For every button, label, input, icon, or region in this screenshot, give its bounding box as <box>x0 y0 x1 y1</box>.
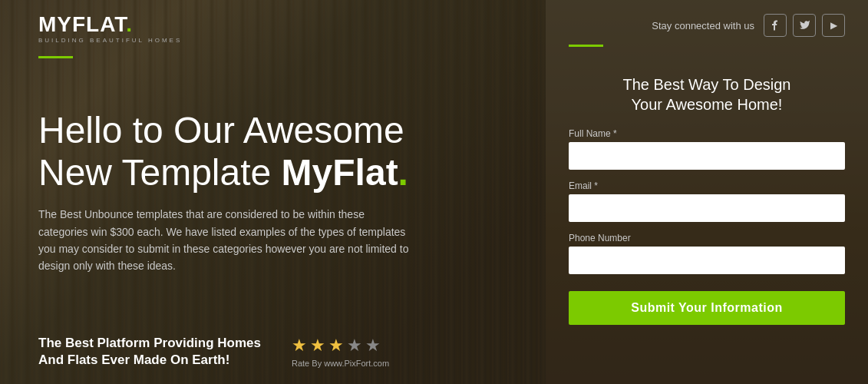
phone-input[interactable] <box>569 247 845 274</box>
header: MYFLAT. BUILDING BEAUTIFUL HOMES <box>38 0 507 51</box>
youtube-play: ▶ <box>830 20 837 31</box>
logo: MYFLAT. BUILDING BEAUTIFUL HOMES <box>38 14 182 44</box>
tagline: The Best Platform Providing Homes And Fl… <box>38 335 261 369</box>
logo-text: MYFLAT. <box>38 14 182 35</box>
stay-connected-text: Stay connected with us <box>652 20 754 31</box>
star-1: ★ <box>292 336 307 356</box>
form-title-line1: The Best Way To Design <box>623 76 791 93</box>
rate-by: Rate By www.PixFort.com <box>292 359 389 368</box>
logo-subtitle: BUILDING BEAUTIFUL HOMES <box>38 37 182 44</box>
right-panel: Stay connected with us ▶ <box>546 0 868 384</box>
twitter-icon[interactable] <box>793 14 816 37</box>
logo-dot: . <box>126 12 133 36</box>
star-3: ★ <box>328 336 344 356</box>
hero-title-dot: . <box>398 152 408 193</box>
social-icons: ▶ <box>764 14 845 37</box>
tagline-line2: And Flats Ever Made On Earth! <box>38 352 261 369</box>
star-4: ★ <box>347 336 362 356</box>
youtube-icon[interactable]: ▶ <box>822 14 845 37</box>
hero-description: The Best Unbounce templates that are con… <box>38 206 414 275</box>
hero-title-bold: MyFlat <box>282 152 398 193</box>
hero-title: Hello to Our Awesome New Template MyFlat… <box>38 109 507 194</box>
email-input[interactable] <box>569 194 845 222</box>
hero-title-line1: Hello to Our Awesome <box>38 110 404 151</box>
email-label: Email * <box>569 180 845 191</box>
full-name-input[interactable] <box>569 142 845 170</box>
contact-form: The Best Way To Design Your Awesome Home… <box>569 51 845 369</box>
right-header: Stay connected with us ▶ <box>569 14 845 37</box>
tagline-line1: The Best Platform Providing Homes <box>38 335 261 352</box>
phone-label: Phone Number <box>569 233 845 243</box>
email-group: Email * <box>569 180 845 222</box>
phone-group: Phone Number <box>569 233 845 274</box>
hero-title-line2-prefix: New Template <box>38 152 282 193</box>
green-divider-right <box>569 45 603 47</box>
star-5: ★ <box>365 336 381 356</box>
full-name-label: Full Name * <box>569 128 845 139</box>
left-panel: MYFLAT. BUILDING BEAUTIFUL HOMES Hello t… <box>0 0 546 384</box>
facebook-icon[interactable] <box>764 14 787 37</box>
bottom-section: The Best Platform Providing Homes And Fl… <box>38 335 507 384</box>
hero-content: Hello to Our Awesome New Template MyFlat… <box>38 63 507 335</box>
submit-button[interactable]: Submit Your Information <box>569 291 845 325</box>
logo-main: MYFLAT <box>38 12 126 36</box>
rating-section: ★ ★ ★ ★ ★ Rate By www.PixFort.com <box>292 336 389 368</box>
stars: ★ ★ ★ ★ ★ <box>292 336 381 356</box>
green-divider-left <box>38 56 73 58</box>
form-title: The Best Way To Design Your Awesome Home… <box>569 74 845 114</box>
star-2: ★ <box>310 336 325 356</box>
full-name-group: Full Name * <box>569 128 845 170</box>
form-title-line2: Your Awesome Home! <box>632 96 783 113</box>
